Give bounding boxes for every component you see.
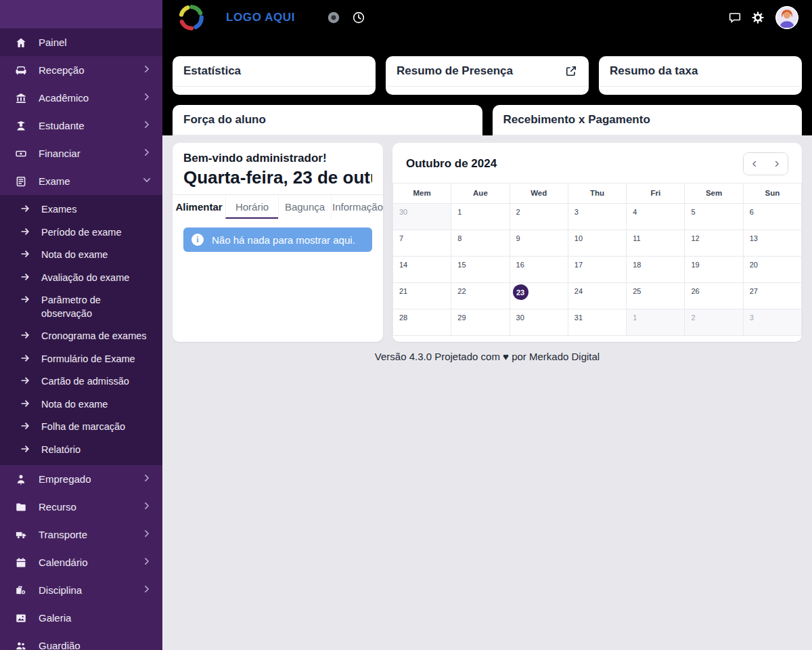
- calendar-day-cell[interactable]: 10: [568, 230, 626, 257]
- calendar-day-cell[interactable]: 1: [627, 309, 685, 336]
- calendar-day-cell[interactable]: 6: [743, 204, 801, 230]
- tab-bagunca[interactable]: Bagunça: [278, 195, 331, 219]
- submenu-item-parametro-de-observacao[interactable]: Parâmetro de observação: [0, 289, 162, 325]
- gear-icon[interactable]: [751, 11, 765, 24]
- calendar-day-header-mem: Mem: [393, 183, 451, 204]
- calendar-day-cell[interactable]: 24: [568, 283, 626, 309]
- calendar-day-cell[interactable]: 21: [393, 283, 451, 309]
- welcome-card: Bem-vindo administrador! Quarta-feira, 2…: [173, 143, 383, 342]
- tab-informacao[interactable]: Informação: [331, 195, 383, 219]
- sidebar-item-recurso[interactable]: Recurso: [0, 493, 162, 521]
- submenu-item-folha-de-marcacao[interactable]: Folha de marcação: [0, 416, 162, 439]
- avatar[interactable]: [775, 6, 798, 29]
- calendar-next-button[interactable]: [766, 153, 788, 175]
- calendar-day-cell[interactable]: 17: [568, 257, 626, 283]
- topbar: LOGO AQUI: [162, 0, 812, 35]
- sidebar-item-transporte[interactable]: Transporte: [0, 521, 162, 548]
- submenu-item-label: Período de exame: [41, 226, 153, 240]
- tab-alimentar[interactable]: Alimentar: [173, 195, 225, 219]
- arrow-right-icon: [20, 420, 31, 431]
- tab-horario[interactable]: Horário: [225, 195, 278, 219]
- calendar-prev-button[interactable]: [744, 153, 766, 175]
- submenu-item-exames[interactable]: Exames: [0, 198, 162, 221]
- exam-icon: [15, 175, 27, 188]
- welcome-tabs: Alimentar Horário Bagunça Informação: [173, 194, 383, 219]
- welcome-greeting: Bem-vindo administrador!: [183, 152, 372, 165]
- calendar-day-cell[interactable]: 20: [743, 257, 801, 283]
- stat-card-resumo-de-presenca: Resumo de Presença: [386, 56, 589, 95]
- sidebar-item-financiar[interactable]: Financiar: [0, 139, 162, 167]
- calendar-day-cell[interactable]: 30: [393, 204, 451, 230]
- calendar-table: MemAueWedThuFriSemSun3012345678910111213…: [392, 183, 802, 336]
- calendar-day-cell[interactable]: 12: [685, 230, 743, 257]
- sidebar-item-academico[interactable]: Acadêmico: [0, 84, 162, 112]
- calendar-day-cell[interactable]: 7: [393, 230, 451, 257]
- calendar-day-cell[interactable]: 19: [685, 257, 743, 283]
- student-icon: [15, 120, 27, 132]
- calendar-day-cell[interactable]: 2: [510, 204, 568, 230]
- calendar-day-cell[interactable]: 31: [568, 309, 626, 336]
- submenu-item-formulario-de-exame[interactable]: Formulário de Exame: [0, 348, 162, 371]
- submenu-item-nota-do-exame[interactable]: Nota do exame: [0, 393, 162, 416]
- submenu-item-label: Folha de marcação: [41, 420, 153, 434]
- submenu-item-periodo-de-exame[interactable]: Período de exame: [0, 221, 162, 244]
- arrow-right-icon: [20, 330, 31, 341]
- calendar-day-cell[interactable]: 14: [393, 257, 451, 283]
- calendar-day-cell[interactable]: 23: [510, 283, 568, 309]
- clock-icon[interactable]: [352, 11, 365, 24]
- calendar-day-cell[interactable]: 11: [627, 230, 685, 257]
- app-logo[interactable]: [176, 3, 206, 32]
- dot-circle-icon[interactable]: [326, 10, 341, 25]
- sidebar: Painel Recepção Acadêmico Estudante Fina…: [0, 0, 162, 650]
- sidebar-item-empregado[interactable]: Empregado: [0, 465, 162, 493]
- calendar-day-cell[interactable]: 8: [451, 230, 510, 257]
- external-link-icon[interactable]: [564, 64, 578, 78]
- chat-icon[interactable]: [728, 11, 742, 24]
- calendar-day-cell[interactable]: 15: [451, 257, 510, 283]
- calendar-day-cell[interactable]: 16: [510, 257, 568, 283]
- sidebar-item-recepcao[interactable]: Recepção: [0, 56, 162, 84]
- calendar-day-cell[interactable]: 1: [451, 204, 510, 230]
- sidebar-item-galeria[interactable]: Galeria: [0, 604, 162, 632]
- submenu-item-nota-do-exame[interactable]: Nota do exame: [0, 244, 162, 267]
- welcome-date: Quarta-feira, 23 de outubro: [183, 167, 372, 188]
- arrow-right-icon: [20, 443, 31, 454]
- stat-card-title: Estatística: [183, 64, 241, 78]
- sidebar-item-disciplina[interactable]: Disciplina: [0, 576, 162, 604]
- calendar-day-cell[interactable]: 2: [685, 309, 743, 336]
- submenu-item-cartao-de-admissao[interactable]: Cartão de admissão: [0, 370, 162, 393]
- calendar-day-cell[interactable]: 4: [627, 204, 685, 230]
- calendar-day-cell[interactable]: 9: [510, 230, 568, 257]
- calendar-day-cell[interactable]: 30: [510, 309, 568, 336]
- calendar-day-cell[interactable]: 28: [393, 309, 451, 336]
- arrow-right-icon: [20, 294, 31, 305]
- submenu-item-label: Formulário de Exame: [41, 353, 153, 366]
- submenu-item-avaliacao-do-exame[interactable]: Avaliação do exame: [0, 267, 162, 290]
- sidebar-item-calendario[interactable]: Calendário: [0, 548, 162, 576]
- arrow-right-icon: [20, 398, 31, 409]
- arrow-right-icon: [20, 353, 31, 364]
- calendar-day-cell[interactable]: 13: [743, 230, 801, 257]
- calendar-day-cell[interactable]: 22: [451, 283, 510, 309]
- calendar-day-cell[interactable]: 27: [743, 283, 801, 309]
- submenu-item-relatorio[interactable]: Relatório: [0, 439, 162, 462]
- selected-day: 23: [513, 284, 528, 300]
- calendar-day-cell[interactable]: 26: [685, 283, 743, 309]
- calendar-day-cell[interactable]: 3: [743, 309, 801, 336]
- calendar-day-cell[interactable]: 3: [568, 204, 626, 230]
- sidebar-item-painel[interactable]: Painel: [0, 28, 162, 56]
- submenu-item-label: Avaliação do exame: [41, 272, 153, 285]
- sidebar-item-exame[interactable]: Exame: [0, 167, 162, 195]
- sidebar-item-estudante[interactable]: Estudante: [0, 112, 162, 139]
- calendar-day-cell[interactable]: 29: [451, 309, 510, 336]
- calendar-day-cell[interactable]: 18: [627, 257, 685, 283]
- calendar-day-header-thu: Thu: [568, 183, 626, 204]
- calendar-title: Outubro de 2024: [406, 157, 497, 171]
- discipline-icon: [15, 584, 27, 597]
- submenu-item-label: Cronograma de exames: [41, 330, 153, 343]
- submenu-item-cronograma-de-exames[interactable]: Cronograma de exames: [0, 325, 162, 348]
- sidebar-item-label: Recepção: [39, 64, 131, 76]
- calendar-day-cell[interactable]: 25: [627, 283, 685, 309]
- sidebar-item-guardiao[interactable]: Guardião: [0, 632, 162, 650]
- calendar-day-cell[interactable]: 5: [685, 204, 743, 230]
